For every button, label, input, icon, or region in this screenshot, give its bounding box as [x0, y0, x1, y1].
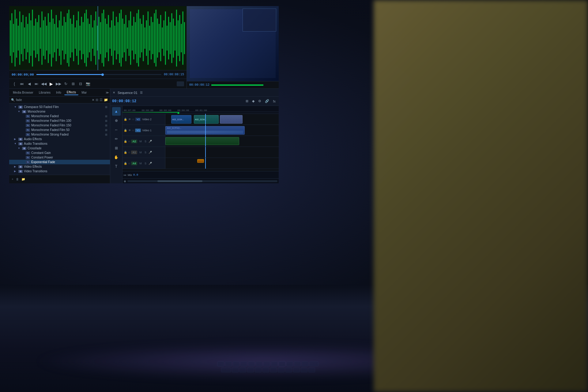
svg-rect-75: [127, 28, 128, 49]
tools-panel: ▲ ⊕ ↔ ✏ ⊞ ✋ T: [110, 106, 123, 183]
tree-audio-effects-folder[interactable]: ▶ ▦ Audio Effects: [9, 137, 110, 141]
a1-track-content[interactable]: [165, 147, 279, 158]
a4-m-btn[interactable]: M: [138, 161, 143, 166]
razor-tool-btn[interactable]: ⊞: [112, 144, 121, 152]
ripple-edit-btn[interactable]: ↔: [112, 125, 121, 134]
selection-tool-btn[interactable]: ▲: [112, 107, 121, 116]
svg-rect-111: [184, 22, 185, 54]
rev-play-btn[interactable]: ◀◀: [41, 81, 47, 87]
tree-mono-faded-film-50[interactable]: fx Monochrome Faded Film 50 ⊞: [9, 128, 110, 132]
panel-delete-btn[interactable]: 🗑: [15, 177, 20, 181]
hand-tool-btn[interactable]: ✋: [112, 153, 121, 162]
source-monitor: 00:00:09;00 00:00:08:15 { ⏮ ◀ ⏭ ◀◀ ▶ ▶▶ …: [9, 6, 187, 88]
tab-mar[interactable]: Mar: [79, 90, 89, 95]
pen-tool-btn[interactable]: ✏: [112, 135, 121, 143]
mark-in-btn[interactable]: {: [12, 81, 17, 87]
tab-effects[interactable]: Effects: [64, 90, 78, 95]
snap-btn[interactable]: ⊞: [244, 99, 250, 104]
a1-m-btn[interactable]: M: [138, 150, 143, 155]
tab-media-browser[interactable]: Media Browser: [10, 90, 36, 95]
svg-rect-67: [114, 26, 115, 50]
insert-btn[interactable]: ⊞: [70, 81, 76, 87]
panel-folder-btn[interactable]: 📁: [21, 177, 26, 181]
effects-controls-btn[interactable]: fx: [272, 99, 277, 104]
scroll-left-btn[interactable]: ◉: [124, 180, 126, 183]
v2-track-content[interactable]: A02_0234... A02_0234...: [165, 114, 279, 125]
program-progress-bar: [211, 84, 263, 86]
track-v1-header: 🔒 👁 ○ V1 Video 1: [123, 125, 165, 136]
v2-mute-icon[interactable]: ○: [132, 118, 134, 121]
v2-clip-1[interactable]: A02_0234...: [171, 115, 192, 124]
loop-btn[interactable]: ↻: [63, 81, 69, 87]
v2-clip-2[interactable]: A02_0234...: [194, 115, 219, 124]
v1-track-content[interactable]: A02_DCPHO...: [165, 125, 279, 136]
v2-clip-3[interactable]: [220, 115, 243, 124]
v1-lock-icon[interactable]: 🔒: [124, 129, 127, 132]
mix-go-end-btn[interactable]: ⏭: [124, 174, 126, 177]
a2-mute-icon[interactable]: ○: [128, 140, 130, 143]
step-back-btn[interactable]: ◀: [26, 81, 32, 87]
svg-rect-60: [103, 10, 104, 67]
tree-video-effects-folder[interactable]: ▶ ▦ Video Effects: [9, 164, 110, 169]
svg-rect-107: [178, 20, 179, 56]
sequence-menu-icon[interactable]: ☰: [140, 91, 143, 94]
timeline-scrollbar[interactable]: ◉: [123, 178, 279, 183]
source-extra-btn[interactable]: [177, 81, 184, 86]
a1-mute-icon[interactable]: ○: [128, 151, 130, 154]
search-clear-btn[interactable]: ✕: [92, 98, 94, 102]
play-btn[interactable]: ▶: [48, 81, 54, 87]
go-start-btn[interactable]: ⏭: [34, 81, 39, 87]
tree-audio-transitions-folder[interactable]: ▼ ▦ Audio Transitions: [9, 141, 110, 146]
v2-eye-icon[interactable]: 👁: [128, 118, 131, 121]
tree-constant-power[interactable]: fx Constant Power: [9, 155, 110, 160]
v1-name: Video 1: [142, 129, 164, 132]
a4-lock-icon[interactable]: 🔒: [124, 162, 127, 165]
scroll-track[interactable]: [127, 180, 277, 182]
a2-lock-icon[interactable]: 🔒: [124, 140, 127, 143]
tree-mono-strong-faded[interactable]: fx Monochrome Strong Faded ⊞: [9, 132, 110, 137]
a2-clip-1[interactable]: [165, 137, 239, 145]
effects-search-input[interactable]: [16, 98, 91, 102]
tab-libraries[interactable]: Libraries: [36, 90, 53, 95]
fwd-play-btn[interactable]: ▶▶: [56, 81, 61, 87]
tree-mono-faded[interactable]: fx Monochrome Faded ⊞: [9, 114, 110, 118]
tree-monochrome-folder[interactable]: ▼ ▦ Monochrome: [9, 109, 110, 114]
sequence-close-btn[interactable]: ✕: [113, 91, 115, 94]
a1-lock-icon[interactable]: 🔒: [124, 151, 127, 154]
track-select-btn[interactable]: ⊕: [112, 116, 121, 125]
tree-exponential-fade[interactable]: fx Exponential Fade: [9, 160, 110, 164]
svg-rect-52: [91, 15, 92, 61]
a4-s-btn[interactable]: S: [143, 161, 148, 166]
a2-track-content[interactable]: [165, 136, 279, 147]
svg-rect-43: [76, 20, 77, 56]
overwrite-btn[interactable]: ⊟: [78, 81, 83, 87]
panel-tab-more[interactable]: ≫: [106, 91, 109, 94]
tree-crossfade-folder[interactable]: ▼ ▦ Crossfade: [9, 146, 110, 151]
a2-m-btn[interactable]: M: [138, 139, 143, 144]
v1-eye-icon[interactable]: 👁: [128, 129, 131, 132]
tree-constant-gain[interactable]: fx Constant Gain: [9, 151, 110, 155]
tree-video-transitions-folder[interactable]: ▶ ▦ Video Transitions: [9, 169, 110, 174]
a4-track-content[interactable]: [165, 158, 279, 169]
marker-btn[interactable]: ◆: [251, 99, 256, 104]
v1-mute-icon[interactable]: ○: [132, 129, 134, 132]
link-btn[interactable]: 🔗: [264, 99, 270, 104]
tab-info[interactable]: Info: [54, 90, 64, 95]
tree-mono-faded-film-150[interactable]: fx Monochrome Faded Film 150 ⊞: [9, 123, 110, 128]
svg-rect-110: [183, 11, 183, 65]
a2-s-btn[interactable]: S: [143, 139, 148, 144]
tree-mono-faded-film-100[interactable]: fx Monochrome Faded Film 100 ⊞: [9, 118, 110, 123]
v2-lock-icon[interactable]: 🔒: [124, 118, 127, 121]
text-tool-btn[interactable]: T: [112, 162, 121, 171]
prev-edit-btn[interactable]: ⏮: [19, 81, 24, 87]
tree-cinespace-folder[interactable]: ▼ ▦ Cinespace 50 Faded Film ⊞: [9, 105, 110, 109]
settings-btn[interactable]: ⚙: [257, 99, 262, 104]
panel-new-btn[interactable]: +: [11, 177, 14, 181]
a1-s-btn[interactable]: S: [143, 150, 148, 155]
a4-transition-clip[interactable]: [197, 159, 204, 163]
a4-mute-icon[interactable]: ○: [128, 162, 130, 165]
export-frame-btn[interactable]: 📷: [85, 81, 91, 87]
tree-label-mono-faded: Monochrome Faded: [31, 114, 59, 118]
ruler-mark-1: 00:07:00: [124, 109, 135, 112]
scroll-thumb[interactable]: [157, 180, 202, 182]
